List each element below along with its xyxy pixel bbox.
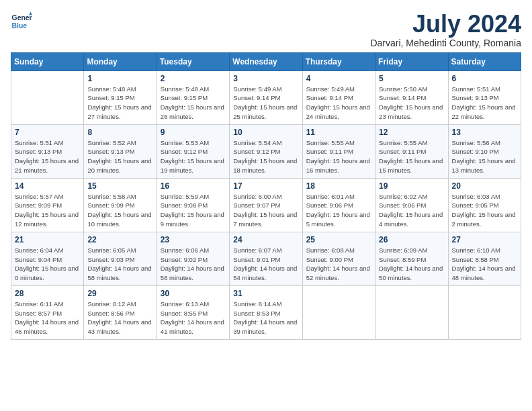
calendar-cell: 23 Sunrise: 6:06 AMSunset: 9:02 PMDaylig… [157,232,229,285]
calendar-cell: 28 Sunrise: 6:11 AMSunset: 8:57 PMDaylig… [11,285,84,339]
day-number: 31 [233,289,298,298]
calendar-cell: 16 Sunrise: 5:59 AMSunset: 9:08 PMDaylig… [157,178,229,232]
day-info: Sunrise: 5:59 AMSunset: 9:08 PMDaylight:… [161,193,224,228]
day-info: Sunrise: 5:52 AMSunset: 9:13 PMDaylight:… [87,139,151,174]
calendar-cell: 17 Sunrise: 6:00 AMSunset: 9:07 PMDaylig… [230,178,302,232]
day-number: 6 [452,74,517,83]
day-number: 2 [161,74,226,83]
day-info: Sunrise: 6:06 AMSunset: 9:02 PMDaylight:… [161,246,224,281]
day-info: Sunrise: 5:53 AMSunset: 9:12 PMDaylight:… [161,139,224,174]
day-number: 27 [452,235,517,244]
calendar-cell: 11 Sunrise: 5:55 AMSunset: 9:11 PMDaylig… [302,124,375,178]
day-number: 25 [306,235,371,244]
day-info: Sunrise: 6:10 AMSunset: 8:58 PMDaylight:… [452,246,516,281]
day-number: 30 [161,289,226,298]
day-info: Sunrise: 5:49 AMSunset: 9:14 PMDaylight:… [233,85,297,120]
day-info: Sunrise: 5:51 AMSunset: 9:13 PMDaylight:… [15,139,79,174]
calendar-week-2: 7 Sunrise: 5:51 AMSunset: 9:13 PMDayligh… [11,124,521,178]
day-info: Sunrise: 6:02 AMSunset: 9:06 PMDaylight:… [379,193,443,228]
day-info: Sunrise: 6:03 AMSunset: 9:05 PMDaylight:… [452,193,516,228]
calendar-cell: 25 Sunrise: 6:08 AMSunset: 9:00 PMDaylig… [302,232,375,285]
day-number: 13 [452,128,517,137]
calendar-cell: 6 Sunrise: 5:51 AMSunset: 9:13 PMDayligh… [448,71,521,124]
day-number: 5 [379,74,444,83]
day-info: Sunrise: 5:48 AMSunset: 9:15 PMDaylight:… [161,85,224,120]
calendar-cell: 31 Sunrise: 6:14 AMSunset: 8:53 PMDaylig… [230,285,302,339]
day-number: 1 [87,74,152,83]
day-info: Sunrise: 6:09 AMSunset: 8:59 PMDaylight:… [379,246,443,281]
day-info: Sunrise: 6:11 AMSunset: 8:57 PMDaylight:… [15,300,79,335]
day-info: Sunrise: 6:00 AMSunset: 9:07 PMDaylight:… [233,193,297,228]
svg-text:Blue: Blue [12,22,28,30]
calendar-cell: 27 Sunrise: 6:10 AMSunset: 8:58 PMDaylig… [448,232,521,285]
title-section: July 2024 Darvari, Mehedinti County, Rom… [370,11,521,48]
calendar-cell [11,71,84,124]
calendar-cell: 2 Sunrise: 5:48 AMSunset: 9:15 PMDayligh… [157,71,229,124]
day-info: Sunrise: 5:51 AMSunset: 9:13 PMDaylight:… [452,85,516,120]
col-header-saturday: Saturday [448,52,521,71]
day-number: 23 [161,235,226,244]
col-header-wednesday: Wednesday [230,52,302,71]
calendar-cell: 13 Sunrise: 5:56 AMSunset: 9:10 PMDaylig… [448,124,521,178]
calendar-table: SundayMondayTuesdayWednesdayThursdayFrid… [11,52,521,340]
day-number: 29 [87,289,152,298]
col-header-sunday: Sunday [11,52,84,71]
day-info: Sunrise: 6:13 AMSunset: 8:55 PMDaylight:… [161,300,224,335]
calendar-cell: 24 Sunrise: 6:07 AMSunset: 9:01 PMDaylig… [230,232,302,285]
day-info: Sunrise: 6:07 AMSunset: 9:01 PMDaylight:… [233,246,297,281]
day-number: 15 [87,181,152,191]
calendar-cell: 30 Sunrise: 6:13 AMSunset: 8:55 PMDaylig… [157,285,229,339]
day-number: 20 [452,181,517,191]
day-info: Sunrise: 6:04 AMSunset: 9:04 PMDaylight:… [15,246,79,281]
logo-icon: General Blue [11,11,32,32]
day-info: Sunrise: 6:14 AMSunset: 8:53 PMDaylight:… [233,300,297,335]
day-info: Sunrise: 5:57 AMSunset: 9:09 PMDaylight:… [15,193,79,228]
month-title: July 2024 [370,11,521,38]
calendar-cell: 21 Sunrise: 6:04 AMSunset: 9:04 PMDaylig… [11,232,84,285]
day-info: Sunrise: 5:48 AMSunset: 9:15 PMDaylight:… [87,85,151,120]
calendar-cell [375,285,448,339]
calendar-cell: 9 Sunrise: 5:53 AMSunset: 9:12 PMDayligh… [157,124,229,178]
day-number: 12 [379,128,444,137]
day-info: Sunrise: 5:50 AMSunset: 9:14 PMDaylight:… [379,85,443,120]
calendar-cell: 1 Sunrise: 5:48 AMSunset: 9:15 PMDayligh… [84,71,157,124]
calendar-cell: 26 Sunrise: 6:09 AMSunset: 8:59 PMDaylig… [375,232,448,285]
day-number: 21 [15,235,80,244]
day-info: Sunrise: 6:01 AMSunset: 9:06 PMDaylight:… [306,193,370,228]
col-header-thursday: Thursday [302,52,375,71]
day-info: Sunrise: 5:49 AMSunset: 9:14 PMDaylight:… [306,85,370,120]
day-info: Sunrise: 5:58 AMSunset: 9:09 PMDaylight:… [87,193,151,228]
logo: General Blue [11,11,32,32]
calendar-cell: 8 Sunrise: 5:52 AMSunset: 9:13 PMDayligh… [84,124,157,178]
calendar-cell [448,285,521,339]
day-number: 19 [379,181,444,191]
col-header-monday: Monday [84,52,157,71]
calendar-week-5: 28 Sunrise: 6:11 AMSunset: 8:57 PMDaylig… [11,285,521,339]
page-header: General Blue July 2024 Darvari, Mehedint… [11,11,521,48]
day-info: Sunrise: 5:56 AMSunset: 9:10 PMDaylight:… [452,139,516,174]
calendar-cell: 20 Sunrise: 6:03 AMSunset: 9:05 PMDaylig… [448,178,521,232]
day-info: Sunrise: 5:55 AMSunset: 9:11 PMDaylight:… [379,139,443,174]
calendar-cell: 3 Sunrise: 5:49 AMSunset: 9:14 PMDayligh… [230,71,302,124]
col-header-tuesday: Tuesday [157,52,229,71]
calendar-cell: 10 Sunrise: 5:54 AMSunset: 9:12 PMDaylig… [230,124,302,178]
day-number: 8 [87,128,152,137]
location-subtitle: Darvari, Mehedinti County, Romania [370,38,521,48]
day-number: 24 [233,235,298,244]
day-info: Sunrise: 5:55 AMSunset: 9:11 PMDaylight:… [306,139,370,174]
calendar-cell: 12 Sunrise: 5:55 AMSunset: 9:11 PMDaylig… [375,124,448,178]
calendar-cell: 7 Sunrise: 5:51 AMSunset: 9:13 PMDayligh… [11,124,84,178]
day-number: 28 [15,289,80,298]
calendar-cell: 4 Sunrise: 5:49 AMSunset: 9:14 PMDayligh… [302,71,375,124]
calendar-week-4: 21 Sunrise: 6:04 AMSunset: 9:04 PMDaylig… [11,232,521,285]
day-number: 16 [161,181,226,191]
svg-text:General: General [12,14,32,21]
calendar-cell: 22 Sunrise: 6:05 AMSunset: 9:03 PMDaylig… [84,232,157,285]
day-number: 26 [379,235,444,244]
calendar-week-3: 14 Sunrise: 5:57 AMSunset: 9:09 PMDaylig… [11,178,521,232]
svg-marker-2 [29,12,32,15]
calendar-cell: 18 Sunrise: 6:01 AMSunset: 9:06 PMDaylig… [302,178,375,232]
calendar-week-1: 1 Sunrise: 5:48 AMSunset: 9:15 PMDayligh… [11,71,521,124]
day-number: 4 [306,74,371,83]
calendar-cell: 15 Sunrise: 5:58 AMSunset: 9:09 PMDaylig… [84,178,157,232]
